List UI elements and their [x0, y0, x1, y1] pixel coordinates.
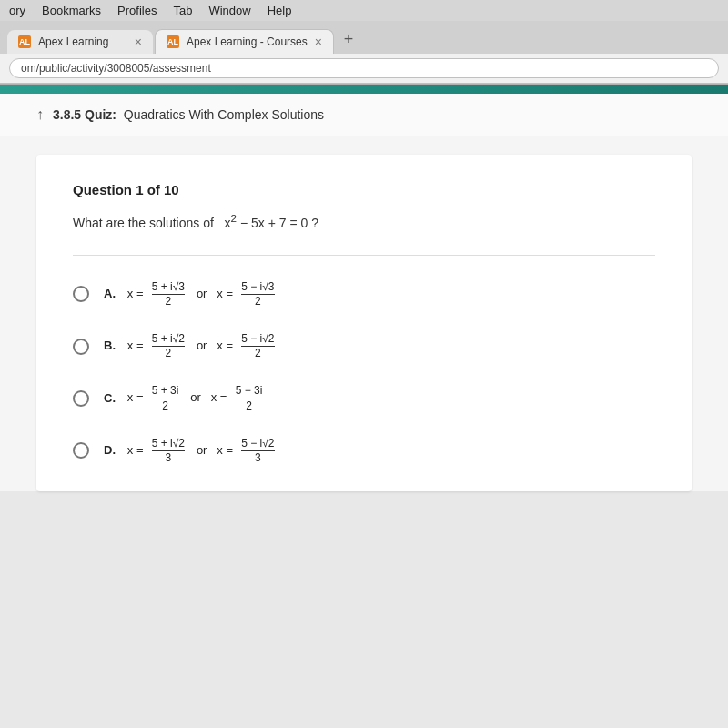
option-letter-c: C.: [104, 391, 116, 405]
answer-option-a[interactable]: A. x = 5 + i√3 2 or x = 5 − i√3 2: [73, 281, 655, 308]
quiz-header: ↑ 3.8.5 Quiz: Quadratics With Complex So…: [0, 94, 728, 136]
content-area: ↑ 3.8.5 Quiz: Quadratics With Complex So…: [0, 94, 728, 491]
denominator-d-left: 3: [166, 451, 172, 464]
fraction-b-right: 5 − i√2 2: [241, 333, 274, 359]
quiz-title-prefix: 3.8.5 Quiz:: [53, 107, 116, 122]
tab-apex-learning-courses[interactable]: AL Apex Learning - Courses ×: [155, 29, 334, 54]
menu-item-profiles[interactable]: Profiles: [117, 4, 157, 17]
denominator-b-left: 2: [166, 347, 172, 359]
address-bar[interactable]: om/public/activity/3008005/assessment: [9, 58, 719, 78]
tabs-bar: AL Apex Learning × AL Apex Learning - Co…: [0, 21, 728, 54]
denominator-c-left: 2: [162, 399, 168, 412]
fraction-d-right: 5 − i√2 3: [241, 438, 274, 464]
question-number: Question 1 of 10: [73, 182, 655, 197]
menu-item-window[interactable]: Window: [208, 4, 250, 17]
back-icon[interactable]: ↑: [36, 106, 44, 123]
tab-apex-learning[interactable]: AL Apex Learning ×: [7, 30, 153, 54]
apex-header-bar: [0, 85, 728, 94]
quiz-title-suffix: Quadratics With Complex Solutions: [124, 107, 324, 122]
answer-option-c[interactable]: C. x = 5 + 3i 2 or x = 5 − 3i 2: [73, 385, 655, 411]
radio-a[interactable]: [73, 286, 89, 302]
tab-icon-1: AL: [18, 35, 31, 48]
tab-icon-2: AL: [167, 35, 179, 48]
numerator-d-right: 5 − i√2: [241, 438, 274, 451]
numerator-c-right: 5 − 3i: [236, 385, 263, 399]
answer-options: A. x = 5 + i√3 2 or x = 5 − i√3 2: [73, 281, 655, 465]
option-letter-a: A.: [104, 287, 116, 300]
numerator-a-right: 5 − i√3: [241, 281, 274, 295]
denominator-b-right: 2: [255, 347, 261, 359]
tab-close-2[interactable]: ×: [315, 35, 322, 48]
numerator-a-left: 5 + i√3: [152, 281, 185, 295]
tab-label-2: Apex Learning - Courses: [187, 35, 308, 48]
answer-option-b[interactable]: B. x = 5 + i√2 2 or x = 5 − i√2 2: [73, 333, 655, 359]
tab-label-1: Apex Learning: [38, 35, 108, 48]
menu-bar: ory Bookmarks Profiles Tab Window Help: [0, 0, 728, 21]
denominator-d-right: 3: [255, 451, 261, 464]
question-divider: [73, 255, 655, 256]
new-tab-button[interactable]: +: [336, 26, 361, 52]
quiz-title: 3.8.5 Quiz: Quadratics With Complex Solu…: [53, 107, 324, 122]
numerator-c-left: 5 + 3i: [152, 385, 179, 399]
answer-label-c: C. x = 5 + 3i 2 or x = 5 − 3i 2: [104, 385, 264, 411]
option-letter-d: D.: [104, 443, 116, 457]
fraction-c-right: 5 − 3i 2: [236, 385, 263, 411]
numerator-b-right: 5 − i√2: [241, 333, 274, 347]
fraction-b-left: 5 + i√2 2: [152, 333, 185, 359]
answer-label-d: D. x = 5 + i√2 3 or x = 5 − i√2 3: [104, 438, 277, 464]
radio-c[interactable]: [73, 390, 89, 407]
numerator-d-left: 5 + i√2: [152, 438, 185, 451]
menu-item-history[interactable]: ory: [9, 4, 25, 17]
fraction-a-right: 5 − i√3 2: [241, 281, 274, 308]
fraction-a-left: 5 + i√3 2: [152, 281, 185, 308]
menu-item-help[interactable]: Help: [268, 4, 292, 17]
equation: x2 − 5x + 7 = 0 ?: [225, 216, 318, 230]
denominator-a-right: 2: [255, 295, 261, 308]
numerator-b-left: 5 + i√2: [152, 333, 185, 347]
question-area: Question 1 of 10 What are the solutions …: [36, 155, 692, 491]
fraction-c-left: 5 + 3i 2: [152, 385, 179, 411]
browser-chrome: ory Bookmarks Profiles Tab Window Help A…: [0, 0, 728, 85]
answer-option-d[interactable]: D. x = 5 + i√2 3 or x = 5 − i√2 3: [73, 438, 655, 464]
radio-b[interactable]: [73, 339, 89, 355]
fraction-d-left: 5 + i√2 3: [152, 438, 185, 464]
address-bar-row: om/public/activity/3008005/assessment: [0, 54, 728, 84]
answer-label-b: B. x = 5 + i√2 2 or x = 5 − i√2 2: [104, 333, 277, 359]
menu-item-bookmarks[interactable]: Bookmarks: [42, 4, 101, 17]
denominator-c-right: 2: [246, 399, 252, 412]
denominator-a-left: 2: [166, 295, 172, 308]
answer-label-a: A. x = 5 + i√3 2 or x = 5 − i√3 2: [104, 281, 277, 308]
question-text: What are the solutions of x2 − 5x + 7 = …: [73, 210, 655, 233]
radio-d[interactable]: [73, 442, 89, 459]
tab-close-1[interactable]: ×: [135, 35, 142, 48]
option-letter-b: B.: [104, 339, 116, 352]
menu-item-tab[interactable]: Tab: [173, 4, 192, 17]
